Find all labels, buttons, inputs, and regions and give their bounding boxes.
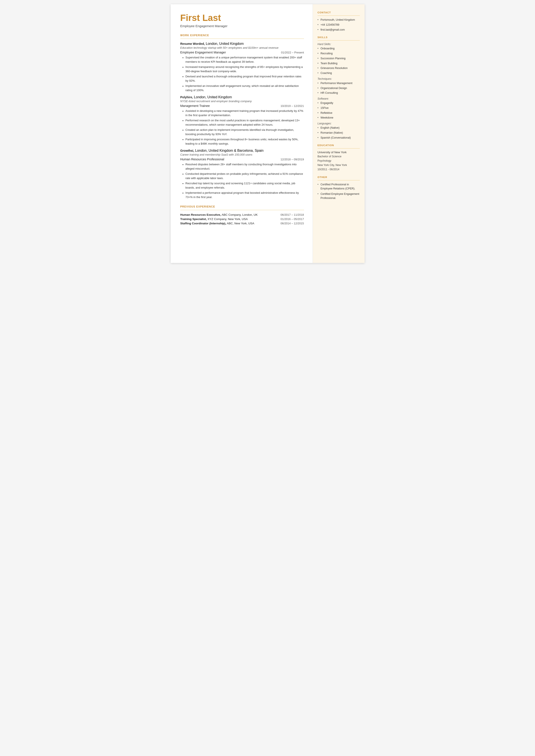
contact-phone: +44 123456789	[318, 23, 360, 27]
job-3-bullets: Resolved disputes between 28+ staff memb…	[180, 162, 304, 199]
job-2-bullets: Assisted in developing a new management …	[180, 109, 304, 146]
job-2-company-name: Polyhire,	[180, 96, 193, 99]
work-experience-divider	[180, 39, 304, 39]
job-3-dates: 12/2018 – 09/2019	[281, 158, 304, 161]
list-item: Coaching	[318, 71, 360, 75]
software-subtitle: Software:	[318, 97, 360, 100]
job-2-company: Polyhire, London, United Kingdom	[180, 95, 304, 99]
list-item: Assisted in developing a new management …	[183, 109, 304, 117]
list-item: Implemented an innovative staff engageme…	[183, 84, 304, 92]
job-3-company-rest: London, United Kingdom & Barcelona, Spai…	[194, 149, 264, 153]
list-item: Created an action plan to implement impr…	[183, 128, 304, 136]
skills-divider	[318, 40, 360, 41]
other-block: Certified Professional in Employee Relat…	[318, 182, 360, 200]
list-item: Onboarding	[318, 46, 360, 51]
list-item: Reflektive	[318, 111, 360, 115]
other-title: OTHER	[318, 176, 360, 179]
resume-document: First Last Employee Engagement Manager W…	[171, 4, 365, 263]
list-item: Devised and launched a thorough onboardi…	[183, 74, 304, 83]
education-title: EDUCATION	[318, 144, 360, 147]
prev-exp-2-dates: 01/2016 – 05/2017	[281, 217, 304, 221]
job-1-company-name: Resume Worded,	[180, 42, 205, 45]
other-item-1: Certified Professional in Employee Relat…	[318, 182, 360, 191]
edu-school: University of New York	[318, 151, 360, 154]
job-2-desc: NYSE-listed recruitment and employer bra…	[180, 99, 304, 103]
education-divider	[318, 148, 360, 149]
prev-exp-3-role: Staffing Coordinator (Internship), ABC, …	[180, 222, 254, 225]
job-3-role: Human Resources Professional	[180, 157, 224, 161]
languages-list: English (Native) Romanian (Native) Spani…	[318, 126, 360, 140]
list-item: Conducted departmental probes on probabl…	[183, 172, 304, 180]
list-item: Organizational Design	[318, 86, 360, 90]
list-item: Recruited top talent by sourcing and scr…	[183, 181, 304, 190]
techniques-list: Performance Management Organizational De…	[318, 81, 360, 95]
job-1-desc: Education technology startup with 50+ em…	[180, 46, 304, 49]
techniques-subtitle: Techniques:	[318, 77, 360, 80]
prev-experience-title: PREVIOUS EXPERIENCE	[180, 205, 304, 208]
list-item: Weekdone	[318, 116, 360, 120]
job-1-company: Resume Worded, London, United Kingdom	[180, 42, 304, 46]
edu-field: Psychology	[318, 159, 360, 163]
prev-exp-1-dates: 06/2017 – 11/2018	[281, 213, 304, 216]
job-title-heading: Employee Engagement Manager	[180, 24, 304, 28]
education-block: University of New York Bachelor of Scien…	[318, 151, 360, 172]
prev-experience-divider	[180, 210, 304, 210]
job-1-role: Employee Engagement Manager	[180, 51, 226, 54]
contact-email: first.last@gmail.com	[318, 28, 360, 32]
other-divider	[318, 180, 360, 181]
list-item: Spanish (Conversational)	[318, 136, 360, 140]
skills-title: SKILLS	[318, 36, 360, 39]
list-item: Team Building	[318, 61, 360, 66]
job-2-dates: 10/2019 – 12/2021	[281, 104, 304, 107]
prev-exp-1-role: Human Resources Executive, ABC Company, …	[180, 213, 258, 216]
contact-list: Portsmouth, United Kingdom +44 123456789…	[318, 18, 360, 32]
list-item: 15Five	[318, 106, 360, 110]
prev-exp-2: Training Specialist, XYZ Company, New Yo…	[180, 217, 304, 221]
software-list: Engagedly 15Five Reflektive Weekdone	[318, 101, 360, 120]
list-item: Implemented a performance appraisal prog…	[183, 191, 304, 199]
job-1-company-rest: London, United Kingdom	[205, 42, 244, 45]
list-item: Succession Planning	[318, 56, 360, 61]
list-item: Engagedly	[318, 101, 360, 105]
job-1-role-row: Employee Engagement Manager 01/2022 – Pr…	[180, 51, 304, 54]
sidebar: CONTACT Portsmouth, United Kingdom +44 1…	[313, 4, 365, 263]
job-1-dates: 01/2022 – Present	[281, 51, 304, 54]
job-2-role: Management Trainee	[180, 104, 210, 107]
list-item: English (Native)	[318, 126, 360, 130]
list-item: Recruiting	[318, 51, 360, 56]
name-heading: First Last	[180, 13, 304, 23]
list-item: Performance Management	[318, 81, 360, 85]
job-3-company: Growthsi, London, United Kingdom & Barce…	[180, 149, 304, 153]
job-2-role-row: Management Trainee 10/2019 – 12/2021	[180, 104, 304, 107]
contact-address: Portsmouth, United Kingdom	[318, 18, 360, 22]
other-item-2: Certified Employee Engagement Profession…	[318, 192, 360, 200]
edu-dates: 10/2011 - 06/2014	[318, 167, 360, 172]
edu-location: New York City, New York	[318, 163, 360, 167]
main-column: First Last Employee Engagement Manager W…	[171, 4, 313, 263]
prev-exp-2-role: Training Specialist, XYZ Company, New Yo…	[180, 217, 248, 221]
prev-exp-3: Staffing Coordinator (Internship), ABC, …	[180, 222, 304, 225]
hard-skills-list: Onboarding Recruiting Succession Plannin…	[318, 46, 360, 75]
list-item: Increased transparency around recognizin…	[183, 65, 304, 73]
list-item: Supervised the creation of a unique perf…	[183, 55, 304, 64]
list-item: HR Consulting	[318, 91, 360, 95]
list-item: Participated in improving processes thro…	[183, 137, 304, 146]
job-1-bullets: Supervised the creation of a unique perf…	[180, 55, 304, 92]
job-3-role-row: Human Resources Professional 12/2018 – 0…	[180, 157, 304, 161]
job-3-company-name: Growthsi,	[180, 149, 194, 153]
languages-subtitle: Languages:	[318, 122, 360, 125]
contact-divider	[318, 15, 360, 16]
list-item: Performed research on the most useful pr…	[183, 118, 304, 127]
prev-exp-1: Human Resources Executive, ABC Company, …	[180, 213, 304, 216]
edu-degree: Bachelor of Science	[318, 154, 360, 159]
job-3-desc: Career training and membership SaaS with…	[180, 153, 304, 156]
prev-exp-3-dates: 06/2014 – 12/2015	[281, 222, 304, 225]
list-item: Grievances Resolution	[318, 66, 360, 70]
hard-skills-subtitle: Hard Skills:	[318, 43, 360, 46]
list-item: Resolved disputes between 28+ staff memb…	[183, 162, 304, 171]
list-item: Romanian (Native)	[318, 131, 360, 135]
work-experience-title: WORK EXPERIENCE	[180, 34, 304, 37]
contact-title: CONTACT	[318, 11, 360, 14]
job-2-company-rest: London, United Kingdom	[193, 95, 232, 99]
